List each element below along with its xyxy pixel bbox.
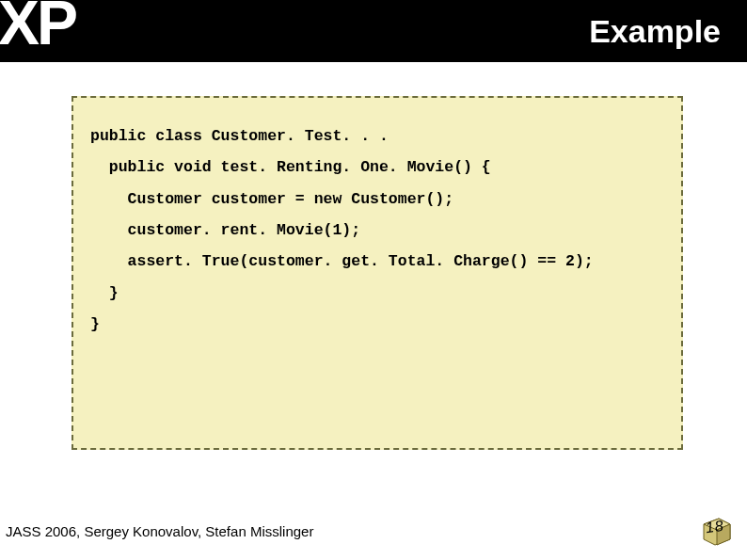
slide-header: XP Example bbox=[0, 0, 747, 62]
code-line: } bbox=[90, 284, 119, 302]
code-line: customer. rent. Movie(1); bbox=[90, 221, 360, 239]
footer-text: JASS 2006, Sergey Konovalov, Stefan Miss… bbox=[6, 523, 313, 539]
code-line: assert. True(customer. get. Total. Charg… bbox=[90, 252, 594, 270]
code-line: public void test. Renting. One. Movie() … bbox=[90, 158, 491, 176]
code-line: Customer customer = new Customer(); bbox=[90, 190, 453, 208]
code-line: public class Customer. Test. . . bbox=[90, 127, 389, 145]
page-number-badge: 18 bbox=[700, 513, 734, 547]
page-number: 18 bbox=[705, 518, 725, 537]
slide-title: Example bbox=[589, 13, 721, 50]
code-line: } bbox=[90, 315, 100, 333]
code-block: public class Customer. Test. . . public … bbox=[72, 96, 683, 450]
xp-logo: XP bbox=[0, 0, 75, 54]
